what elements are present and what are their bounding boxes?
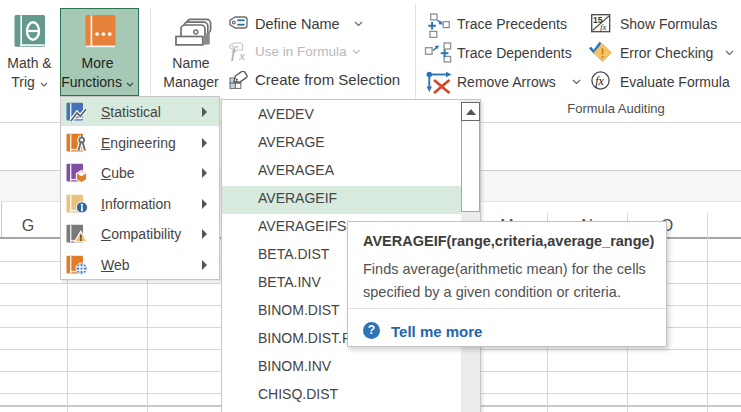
svg-text:fx: fx [600, 22, 607, 32]
svg-text:x: x [238, 48, 245, 61]
svg-text:f: f [231, 43, 239, 62]
svg-text:fx: fx [595, 74, 604, 88]
